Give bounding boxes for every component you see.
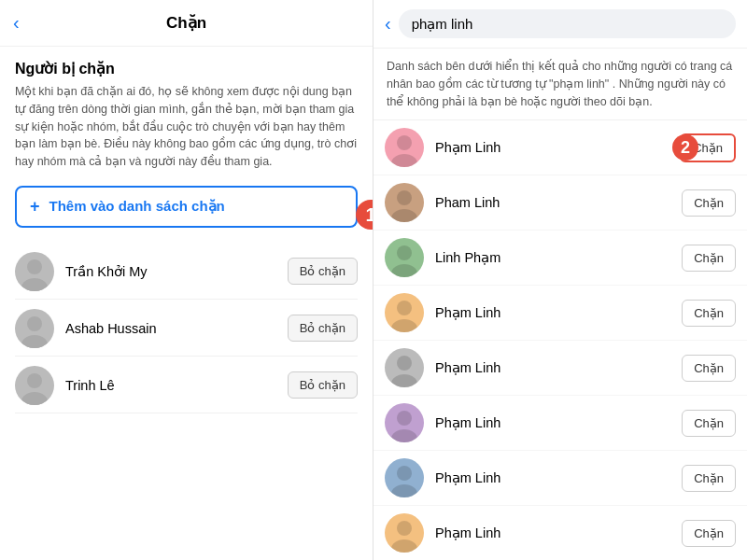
svg-point-11 — [391, 264, 417, 277]
avatar — [15, 252, 54, 291]
avatar — [385, 403, 424, 442]
section-title: Người bị chặn — [15, 60, 358, 77]
search-input[interactable] — [399, 9, 736, 38]
add-btn-wrapper: + Thêm vào danh sách chặn 1 — [15, 186, 358, 245]
svg-point-7 — [391, 154, 417, 167]
svg-point-21 — [391, 539, 417, 553]
unblock-button[interactable]: Bỏ chặn — [288, 315, 358, 342]
result-user-name: Phạm Linh — [435, 140, 680, 155]
svg-point-10 — [397, 245, 412, 260]
result-user-name: Phạm Linh — [435, 525, 682, 540]
block-button[interactable]: Chặn — [682, 189, 736, 217]
step1-badge: 1 — [356, 200, 373, 230]
result-item: 2 Phạm LinhChặn — [374, 120, 747, 175]
plus-icon: + — [30, 197, 40, 217]
svg-point-8 — [397, 190, 412, 205]
avatar — [15, 309, 54, 348]
result-item: Phạm LinhChặn — [374, 341, 747, 396]
avatar — [385, 513, 424, 553]
block-button[interactable]: Chặn — [682, 410, 736, 437]
blocked-user-name: Ashab Hussain — [65, 321, 288, 336]
result-item: Phạm LinhChặn — [374, 286, 747, 341]
unblock-button[interactable]: Bỏ chặn — [288, 258, 358, 285]
result-user-name: Phạm Linh — [435, 305, 682, 320]
blocked-user-name: Trần Khởi My — [65, 264, 288, 279]
avatar — [385, 348, 424, 387]
svg-point-12 — [397, 301, 412, 315]
blocked-item: Trần Khởi MyBỏ chặn — [15, 245, 358, 300]
result-user-name: Linh Phạm — [435, 250, 682, 265]
svg-point-19 — [391, 484, 417, 497]
avatar — [385, 183, 424, 222]
result-item: Phạm LinhChặn — [374, 506, 747, 560]
block-button[interactable]: Chặn — [682, 520, 736, 547]
right-back-button[interactable]: ‹ — [385, 13, 391, 35]
left-title: Chặn — [166, 13, 206, 33]
svg-point-4 — [27, 373, 42, 388]
search-desc: Danh sách bên dưới hiển thị kết quả cho … — [374, 49, 747, 120]
svg-point-15 — [391, 374, 417, 387]
svg-point-20 — [397, 521, 412, 536]
svg-point-18 — [397, 466, 412, 481]
block-button[interactable]: Chặn — [682, 300, 736, 327]
unblock-button[interactable]: Bỏ chặn — [288, 371, 358, 399]
search-results: 2 Phạm LinhChặn Pham LinhChặn Linh PhạmC… — [374, 120, 747, 560]
svg-point-16 — [397, 411, 412, 426]
right-panel: ‹ Danh sách bên dưới hiển thị kết quả ch… — [374, 0, 747, 560]
avatar — [15, 366, 54, 405]
svg-point-2 — [27, 316, 42, 331]
block-button[interactable]: Chặn — [682, 355, 736, 382]
blocked-item: Ashab HussainBỏ chặn — [15, 301, 358, 357]
svg-point-14 — [397, 356, 412, 371]
result-item: Phạm LinhChặn — [374, 451, 747, 506]
svg-point-1 — [21, 278, 48, 291]
result-user-name: Pham Linh — [435, 195, 682, 210]
result-item: Pham LinhChặn — [374, 175, 747, 231]
result-item: Linh PhạmChặn — [374, 231, 747, 286]
add-btn-label: Thêm vào danh sách chặn — [49, 198, 225, 215]
section-desc: Một khi bạn đã chặn ai đó, họ sẽ không x… — [15, 83, 358, 171]
svg-point-0 — [27, 259, 42, 274]
result-item: Phạm LinhChặn — [374, 396, 747, 451]
avatar — [385, 128, 424, 167]
svg-point-13 — [391, 319, 417, 332]
blocked-list: Trần Khởi MyBỏ chặn Ashab HussainBỏ chặn… — [15, 245, 358, 413]
svg-point-5 — [21, 392, 48, 405]
left-panel: ‹ Chặn Người bị chặn Một khi bạn đã chặn… — [0, 0, 374, 560]
left-back-button[interactable]: ‹ — [13, 12, 20, 34]
blocked-item: Trinh LêBỏ chặn — [15, 358, 358, 413]
avatar — [385, 458, 424, 497]
block-button[interactable]: Chặn — [682, 465, 736, 492]
blocked-user-name: Trinh Lê — [65, 378, 288, 393]
avatar — [385, 238, 424, 277]
result-user-name: Phạm Linh — [435, 415, 682, 430]
avatar — [385, 293, 424, 332]
step2-badge: 2 — [672, 134, 698, 161]
left-content: Người bị chặn Một khi bạn đã chặn ai đó,… — [0, 47, 373, 560]
svg-point-3 — [21, 335, 48, 348]
add-to-block-list-button[interactable]: + Thêm vào danh sách chặn — [15, 186, 358, 228]
svg-point-9 — [391, 209, 417, 222]
block-button[interactable]: Chặn — [682, 245, 736, 272]
svg-point-6 — [397, 135, 412, 150]
result-user-name: Phạm Linh — [435, 470, 682, 485]
left-header: ‹ Chặn — [0, 0, 373, 47]
result-user-name: Phạm Linh — [435, 360, 682, 375]
svg-point-17 — [391, 429, 417, 442]
right-header: ‹ — [374, 0, 747, 49]
